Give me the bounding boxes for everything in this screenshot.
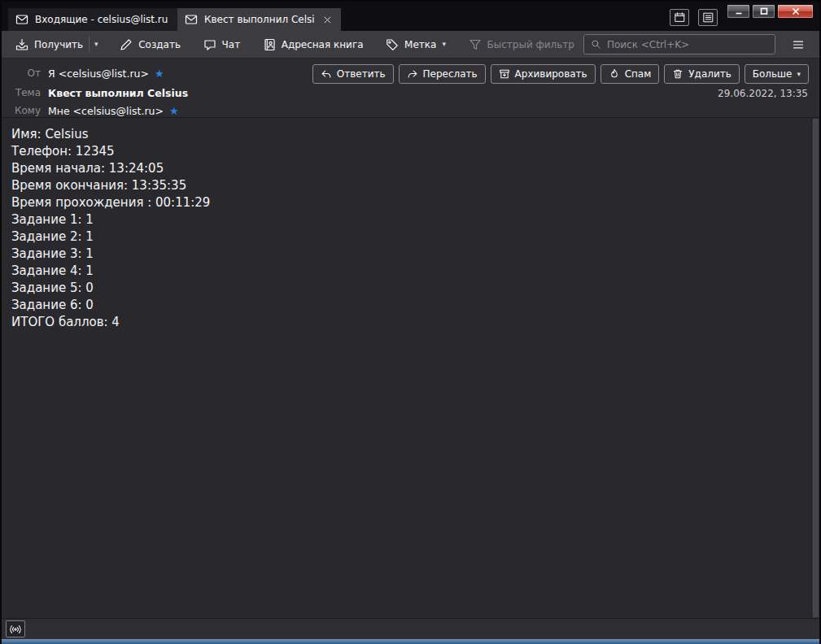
delete-button[interactable]: Удалить (664, 64, 740, 84)
tab-label: Входящие - celsius@list.ru (35, 14, 170, 25)
star-icon[interactable]: ★ (169, 105, 179, 117)
archive-button[interactable]: Архивировать (491, 64, 596, 84)
message-line: Телефон: 12345 (11, 143, 808, 160)
write-label: Создать (138, 39, 181, 50)
tag-label: Метка (404, 39, 436, 50)
archive-label: Архивировать (515, 68, 587, 80)
star-icon[interactable]: ★ (155, 67, 164, 80)
search-icon (591, 39, 601, 50)
address-book-icon (263, 38, 276, 51)
forward-arrow-icon (407, 68, 418, 80)
mail-toolbar: Получить ▾ Создать Чат Адресная книга (2, 31, 819, 59)
window-bottom-border (2, 639, 819, 644)
maximize-button[interactable] (752, 4, 775, 19)
broadcast-icon[interactable] (6, 620, 25, 637)
minimize-button[interactable] (727, 4, 750, 19)
chat-button[interactable]: Чат (198, 34, 247, 55)
flame-icon (609, 68, 620, 80)
tasks-icon[interactable] (698, 9, 718, 26)
get-messages-dropdown[interactable]: ▾ (89, 37, 103, 52)
tab-label: Квест выполнил Celsius - В (204, 14, 314, 25)
tag-icon (386, 38, 399, 51)
message-line: Задание 1: 1 (11, 211, 808, 228)
message-header: От Я <celsius@list.ru> ★ Тема Квест выпо… (2, 59, 819, 118)
status-bar (2, 618, 819, 639)
quick-filter-button[interactable]: Быстрый фильтр (463, 34, 580, 55)
message-line: Время начала: 13:24:05 (11, 160, 808, 177)
forward-button[interactable]: Переслать (399, 64, 486, 84)
archive-box-icon (499, 68, 510, 80)
get-messages-button[interactable]: Получить (10, 34, 89, 55)
envelope-icon (185, 13, 198, 26)
write-button[interactable]: Создать (114, 34, 186, 55)
close-button[interactable] (777, 4, 814, 19)
more-button[interactable]: Больше ▾ (745, 64, 809, 84)
window-controls (727, 4, 814, 19)
to-label: Кому (11, 105, 41, 116)
message-line: Задание 6: 0 (11, 297, 808, 314)
message-date: 29.06.2022, 13:35 (718, 88, 808, 99)
reply-label: Ответить (337, 68, 386, 80)
get-mail-icon (15, 38, 28, 51)
tag-button[interactable]: Метка ▾ (380, 34, 452, 55)
message-line: Задание 4: 1 (11, 263, 808, 280)
junk-button[interactable]: Спам (600, 64, 660, 84)
more-label: Больше (753, 68, 793, 80)
message-line: Время окончания: 13:35:35 (11, 177, 808, 194)
reply-button[interactable]: Ответить (312, 64, 394, 84)
funnel-icon (469, 38, 482, 51)
close-tab-icon[interactable] (321, 13, 334, 26)
chat-label: Чат (222, 39, 241, 50)
junk-label: Спам (625, 68, 652, 80)
delete-label: Удалить (688, 68, 731, 80)
search-box (583, 34, 775, 54)
reply-arrow-icon (321, 68, 332, 80)
vertical-scrollbar[interactable] (811, 119, 819, 618)
message-line: ИТОГО баллов: 4 (11, 314, 808, 331)
tab-message[interactable]: Квест выполнил Celsius - В (177, 8, 341, 31)
scrollbar-thumb[interactable] (813, 119, 819, 617)
subject-value: Квест выполнил Celsius (48, 87, 188, 99)
envelope-icon (15, 13, 28, 26)
thunderbird-window: Входящие - celsius@list.ru Квест выполни… (0, 0, 821, 644)
chevron-down-icon: ▾ (442, 41, 446, 48)
message-line: Задание 3: 1 (11, 246, 808, 263)
to-address[interactable]: Мне <celsius@list.ru> (48, 105, 164, 117)
tab-inbox[interactable]: Входящие - celsius@list.ru (8, 8, 177, 31)
tab-strip: Входящие - celsius@list.ru Квест выполни… (8, 8, 341, 31)
search-input[interactable] (607, 39, 768, 50)
quick-filter-label: Быстрый фильтр (487, 39, 574, 50)
message-line: Задание 5: 0 (11, 280, 808, 297)
message-actions: Ответить Переслать Архивировать Спам (312, 64, 809, 84)
forward-label: Переслать (423, 68, 478, 80)
message-line: Время прохождения : 00:11:29 (11, 194, 808, 211)
chevron-down-icon: ▾ (94, 41, 98, 48)
message-line: Имя: Celsius (11, 126, 808, 143)
pencil-icon (120, 38, 133, 51)
from-label: От (11, 67, 41, 79)
titlebar: Входящие - celsius@list.ru Квест выполни… (2, 2, 819, 31)
titlebar-mini-icons (670, 9, 718, 26)
trash-icon (672, 68, 683, 80)
address-book-label: Адресная книга (282, 39, 364, 50)
hamburger-icon (792, 38, 805, 51)
message-body: Имя: Celsius Телефон: 12345 Время начала… (2, 119, 819, 618)
subject-label: Тема (11, 87, 41, 98)
get-messages-label: Получить (34, 39, 83, 50)
calendar-icon[interactable] (670, 9, 689, 26)
message-line: Задание 2: 1 (11, 228, 808, 246)
chat-bubble-icon (203, 38, 216, 51)
chevron-down-icon: ▾ (797, 71, 801, 78)
app-menu-button[interactable] (785, 34, 811, 55)
from-address[interactable]: Я <celsius@list.ru> (48, 67, 149, 80)
address-book-button[interactable]: Адресная книга (257, 34, 369, 55)
